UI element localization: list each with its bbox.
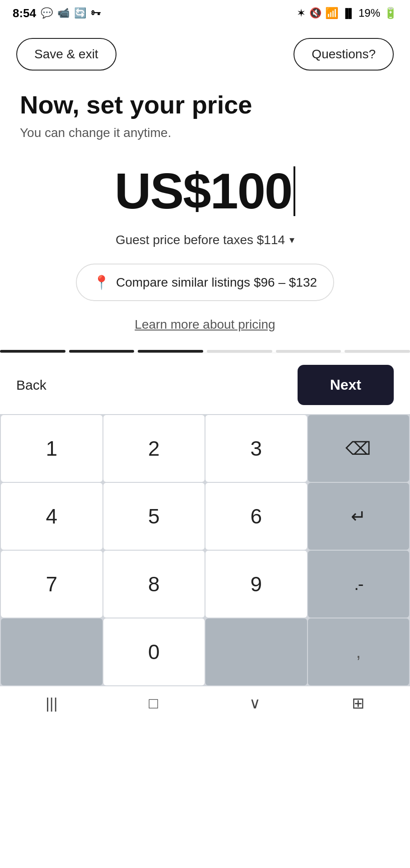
compare-label: Compare similar listings $96 – $132 <box>116 275 317 290</box>
key-3[interactable]: 3 <box>205 415 307 482</box>
key-8[interactable]: 8 <box>103 551 205 618</box>
save-exit-button[interactable]: Save & exit <box>16 38 116 71</box>
comma-icon: , <box>356 642 361 662</box>
learn-more-link[interactable]: Learn more about pricing <box>20 317 390 332</box>
progress-segment-3 <box>138 350 203 353</box>
nav-back-icon[interactable]: ∨ <box>249 694 261 712</box>
system-nav-bar: ||| □ ∨ ⊞ <box>0 686 410 722</box>
signal-icon: ▐▌ <box>342 8 355 19</box>
main-content: Now, set your price You can change it an… <box>0 80 410 332</box>
battery-icon: 🔋 <box>384 7 397 19</box>
guest-price-label: Guest price before taxes $114 <box>116 233 285 247</box>
key-dot-dash[interactable]: .- <box>308 551 410 618</box>
key-2[interactable]: 2 <box>103 415 205 482</box>
refresh-icon: 🔄 <box>74 7 86 19</box>
status-right: ✶ 🔇 📶 ▐▌ 19% 🔋 <box>297 7 397 19</box>
key-6[interactable]: 6 <box>205 483 307 550</box>
keyboard: 1 2 3 ⌫ 4 5 6 ↵ 7 8 9 .- 0 , <box>0 414 410 686</box>
key-0[interactable]: 0 <box>103 618 205 685</box>
bluetooth-icon: ✶ <box>297 7 306 19</box>
progress-segment-5 <box>276 350 341 353</box>
nav-home-icon[interactable]: □ <box>149 694 158 712</box>
key-7[interactable]: 7 <box>1 551 102 618</box>
status-time: 8:54 💬 📹 🔄 🗝 <box>13 6 101 20</box>
nav-apps-icon[interactable]: ⊞ <box>352 694 364 712</box>
video-icon: 📹 <box>57 7 70 19</box>
messenger-icon: 💬 <box>41 7 53 19</box>
progress-segment-2 <box>69 350 135 353</box>
key-icon: 🗝 <box>91 7 101 19</box>
time-display: 8:54 <box>13 6 36 20</box>
price-value: US$100 <box>115 162 292 220</box>
wifi-icon: 📶 <box>325 7 339 19</box>
return-icon: ↵ <box>351 506 366 527</box>
mute-icon: 🔇 <box>309 7 321 19</box>
chevron-down-icon: ▾ <box>289 234 294 246</box>
backspace-icon: ⌫ <box>345 438 371 459</box>
price-cursor <box>294 166 295 216</box>
key-empty-right <box>205 618 307 685</box>
location-pin-icon: 📍 <box>93 274 110 290</box>
nav-lines-icon[interactable]: ||| <box>46 694 58 712</box>
page-title: Now, set your price <box>20 90 390 119</box>
questions-button[interactable]: Questions? <box>294 38 394 71</box>
progress-segment-1 <box>0 350 65 353</box>
progress-segment-6 <box>345 350 410 353</box>
key-5[interactable]: 5 <box>103 483 205 550</box>
battery-display: 19% <box>359 7 380 19</box>
status-bar: 8:54 💬 📹 🔄 🗝 ✶ 🔇 📶 ▐▌ 19% 🔋 <box>0 0 410 25</box>
key-1[interactable]: 1 <box>1 415 102 482</box>
guest-price-row[interactable]: Guest price before taxes $114 ▾ <box>20 233 390 247</box>
key-return[interactable]: ↵ <box>308 483 410 550</box>
back-button[interactable]: Back <box>16 372 47 398</box>
key-9[interactable]: 9 <box>205 551 307 618</box>
progress-segment-4 <box>207 350 272 353</box>
next-button[interactable]: Next <box>298 365 394 405</box>
dot-dash-icon: .- <box>354 575 363 594</box>
key-backspace[interactable]: ⌫ <box>308 415 410 482</box>
nav-row: Back Next <box>0 353 410 414</box>
key-empty-left <box>1 618 102 685</box>
price-container[interactable]: US$100 <box>20 162 390 220</box>
page-subtitle: You can change it anytime. <box>20 126 390 140</box>
header-row: Save & exit Questions? <box>0 25 410 80</box>
price-display: US$100 <box>115 162 296 220</box>
key-4[interactable]: 4 <box>1 483 102 550</box>
key-comma[interactable]: , <box>308 618 410 685</box>
compare-pill[interactable]: 📍 Compare similar listings $96 – $132 <box>76 264 334 301</box>
